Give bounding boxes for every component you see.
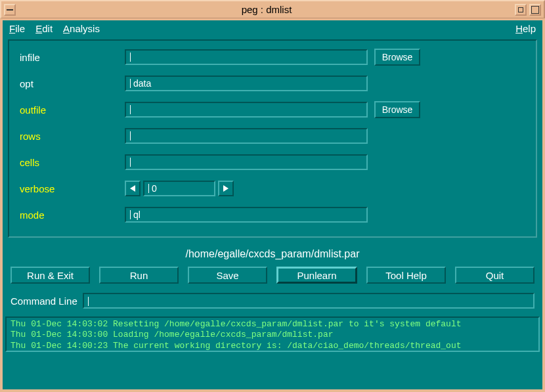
label-rows: rows (20, 131, 125, 142)
infile-field[interactable] (125, 49, 368, 65)
save-button[interactable]: Save (188, 267, 267, 284)
label-verbose: verbose (20, 183, 125, 194)
quit-button[interactable]: Quit (455, 267, 534, 284)
client-area: File Edit Analysis Help infile Browse op… (0, 18, 545, 392)
menubar: File Edit Analysis Help (3, 20, 542, 37)
label-mode: mode (20, 209, 125, 221)
opt-field[interactable]: data (125, 76, 368, 91)
maximize-button[interactable] (529, 4, 541, 16)
command-line-field[interactable] (83, 293, 534, 309)
verbose-increment-button[interactable] (218, 181, 234, 196)
window-title: peg : dmlist (21, 4, 512, 15)
bottom-panel: /home/egalle/cxcds_param/dmlist.par Run … (8, 244, 537, 314)
verbose-decrement-button[interactable] (125, 181, 141, 196)
menu-analysis[interactable]: Analysis (63, 23, 100, 34)
system-menu-button[interactable] (4, 4, 16, 16)
label-outfile: outfile (20, 104, 125, 116)
minimize-button[interactable] (515, 4, 527, 16)
log-output[interactable]: Thu 01-Dec 14:03:02 Resetting /home/egal… (5, 316, 540, 352)
cells-field[interactable] (125, 154, 368, 170)
label-infile: infile (20, 52, 125, 63)
menu-help[interactable]: Help (515, 23, 536, 34)
tool-help-button[interactable]: Tool Help (366, 267, 446, 284)
button-bar: Run & Exit Run Save Punlearn Tool Help Q… (8, 267, 537, 284)
verbose-field[interactable]: 0 (143, 181, 215, 196)
rows-field[interactable] (125, 128, 368, 144)
titlebar: peg : dmlist (0, 0, 545, 18)
verbose-spinner: 0 (125, 181, 234, 196)
run-exit-button[interactable]: Run & Exit (11, 267, 90, 284)
menu-edit[interactable]: Edit (35, 23, 53, 34)
svg-marker-0 (130, 185, 135, 192)
param-file-path: /home/egalle/cxcds_param/dmlist.par (8, 248, 537, 260)
label-opt: opt (20, 78, 125, 89)
outfile-field[interactable] (125, 102, 368, 118)
window: peg : dmlist File Edit Analysis Help inf… (0, 0, 545, 392)
browse-infile-button[interactable]: Browse (374, 49, 420, 66)
menu-file[interactable]: File (9, 23, 25, 34)
browse-outfile-button[interactable]: Browse (374, 101, 420, 118)
params-panel: infile Browse opt data outfile Browse ro… (8, 39, 537, 238)
label-cells: cells (20, 157, 125, 168)
svg-marker-1 (223, 185, 229, 192)
command-line-label: Command Line (11, 295, 77, 307)
punlearn-button[interactable]: Punlearn (276, 267, 357, 284)
run-button[interactable]: Run (99, 267, 179, 284)
mode-field[interactable]: ql (125, 207, 368, 223)
